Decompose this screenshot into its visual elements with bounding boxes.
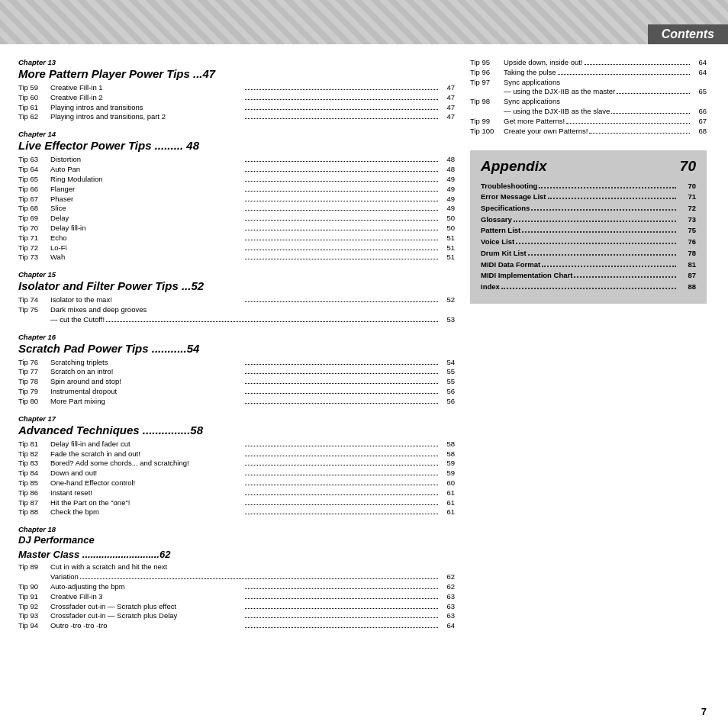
appendix-box: Appendix 70 Troubleshooting 70 Error Mes… [470, 150, 707, 304]
list-item-indent: — using the DJX-IIB as the master 65 [470, 87, 707, 97]
ch15-title: Isolator and Filter Power Tips ...52 [18, 279, 455, 293]
list-item: Tip 79 Instrumental dropout 56 [18, 387, 455, 397]
chapter-13: Chapter 13 More Pattern Player Power Tip… [18, 58, 455, 122]
list-item-indent: — using the DJX-IIB as the slave 66 [470, 107, 707, 117]
list-item: Troubleshooting 70 [481, 181, 696, 192]
list-item-indent: Variation 62 [18, 572, 455, 582]
list-item: Tip 72 Lo-Fi 51 [18, 243, 455, 253]
header-title: Contents [662, 27, 714, 40]
ch16-title: Scratch Pad Power Tips ...........54 [18, 342, 455, 356]
list-item: Tip 93 Crossfader cut-in — Scratch plus … [18, 611, 455, 621]
ch14-tip-list: Tip 63 Distortion 48 Tip 64 Auto Pan 48 [18, 155, 455, 263]
list-item: Tip 84 Down and out! 59 [18, 469, 455, 478]
chapter-14: Chapter 14 Live Effector Power Tips ....… [18, 130, 455, 263]
list-item: Tip 69 Delay 50 [18, 214, 455, 224]
list-item: MIDI Data Format 81 [481, 259, 696, 271]
ch17-title: Advanced Techniques ...............58 [18, 424, 455, 437]
ch18-title-line2: Master Class ...........................… [18, 549, 455, 561]
ch13-tip-list: Tip 59 Creative Fill-in 1 47 Tip 60 Crea… [18, 83, 455, 122]
list-item: Tip 80 More Part mixing 56 [18, 397, 455, 407]
list-item: Tip 78 Spin around and stop! 55 [18, 377, 455, 387]
list-item: Tip 66 Flanger 49 [18, 185, 455, 195]
list-item: Tip 65 Ring Modulation 49 [18, 175, 455, 185]
ch16-label: Chapter 16 [18, 333, 455, 341]
list-item: Tip 91 Creative Fill-in 3 63 [18, 592, 455, 602]
list-item: Tip 89 Cut in with a scratch and hit the… [18, 562, 455, 572]
ch13-title: More Pattern Player Power Tips ...47 [18, 67, 455, 81]
right-column: Tip 95 Upside down, inside out! 64 Tip 9… [470, 58, 707, 714]
ch15-label: Chapter 15 [18, 270, 455, 279]
list-item: Tip 81 Delay fill-in and fader cut 58 [18, 440, 455, 449]
list-item: Error Message List 71 [481, 192, 696, 203]
ch14-title: Live Effector Power Tips ......... 48 [18, 139, 455, 153]
list-item: Tip 70 Delay fill-in 50 [18, 224, 455, 234]
list-item: Tip 61 Playing intros and transitions 47 [18, 103, 455, 113]
header-title-box: Contents [648, 24, 728, 44]
list-item: Tip 67 Phaser 49 [18, 195, 455, 205]
appendix-header: Appendix 70 [481, 158, 696, 175]
appendix-page-num: 70 [680, 158, 696, 175]
list-item: Tip 86 Instant reset! 61 [18, 488, 455, 498]
list-item: Specifications 72 [481, 203, 696, 214]
page-number: 7 [701, 706, 707, 717]
list-item: Tip 74 Isolator to the max! 52 [18, 295, 455, 305]
right-tip-list: Tip 95 Upside down, inside out! 64 Tip 9… [470, 58, 707, 137]
list-item: Tip 71 Echo 51 [18, 234, 455, 243]
ch16-tip-list: Tip 76 Scratching triplets 54 Tip 77 Scr… [18, 358, 455, 407]
list-item: Tip 90 Auto-adjusting the bpm 62 [18, 582, 455, 592]
left-column: Chapter 13 More Pattern Player Power Tip… [18, 58, 455, 714]
list-item: Tip 99 Get more Patterns! 67 [470, 117, 707, 127]
list-item: Tip 83 Bored? Add some chords... and scr… [18, 459, 455, 469]
list-item: Index 88 [481, 282, 696, 293]
list-item: Tip 97 Sync applications [470, 78, 707, 88]
list-item: Tip 73 Wah 51 [18, 253, 455, 263]
ch18-label: Chapter 18 [18, 525, 455, 533]
ch18-title-line1: DJ Performance [18, 534, 455, 546]
list-item: Tip 62 Playing intros and transitions, p… [18, 112, 455, 122]
list-item: Tip 68 Slice 49 [18, 204, 455, 214]
list-item: Tip 82 Fade the scratch in and out! 58 [18, 449, 455, 459]
list-item-indent: — cut the Cutoff! 53 [18, 315, 455, 325]
ch13-label: Chapter 13 [18, 58, 455, 66]
appendix-list: Troubleshooting 70 Error Message List 71… [481, 181, 696, 293]
list-item: Tip 85 One-hand Effector control! 60 [18, 478, 455, 488]
list-item: Drum Kit List 78 [481, 248, 696, 259]
list-item: MIDI Implementation Chart 87 [481, 270, 696, 282]
list-item: Tip 100 Create your own Patterns! 68 [470, 127, 707, 137]
chapter-17: Chapter 17 Advanced Techniques .........… [18, 414, 455, 518]
list-item: Pattern List 75 [481, 225, 696, 237]
ch17-tip-list: Tip 81 Delay fill-in and fader cut 58 Ti… [18, 440, 455, 518]
list-item: Tip 95 Upside down, inside out! 64 [470, 58, 707, 68]
list-item: Tip 63 Distortion 48 [18, 155, 455, 165]
list-item: Tip 96 Taking the pulse 64 [470, 68, 707, 78]
header-banner: Contents [0, 0, 728, 44]
list-item: Tip 64 Auto Pan 48 [18, 165, 455, 175]
list-item: Tip 88 Check the bpm 61 [18, 507, 455, 517]
list-item: Tip 76 Scratching triplets 54 [18, 358, 455, 368]
list-item: Glossary 73 [481, 214, 696, 226]
ch18-tip-list: Tip 89 Cut in with a scratch and hit the… [18, 562, 455, 631]
list-item: Tip 87 Hit the Part on the "one"! 61 [18, 498, 455, 508]
list-item: Tip 60 Creative Fill-in 2 47 [18, 93, 455, 103]
list-item: Tip 75 Dark mixes and deep grooves [18, 305, 455, 315]
ch17-label: Chapter 17 [18, 414, 455, 423]
list-item: Tip 98 Sync applications [470, 97, 707, 107]
appendix-title: Appendix [481, 158, 547, 175]
chapter-15: Chapter 15 Isolator and Filter Power Tip… [18, 270, 455, 324]
ch14-label: Chapter 14 [18, 130, 455, 138]
list-item: Tip 59 Creative Fill-in 1 47 [18, 83, 455, 93]
chapter-16: Chapter 16 Scratch Pad Power Tips ......… [18, 333, 455, 407]
ch15-tip-list: Tip 74 Isolator to the max! 52 Tip 75 Da… [18, 295, 455, 324]
list-item: Tip 94 Outro -tro -tro -tro 64 [18, 621, 455, 631]
chapter-18: Chapter 18 DJ Performance Master Class .… [18, 525, 455, 631]
list-item: Voice List 76 [481, 237, 696, 248]
list-item: Tip 92 Crossfader cut-in — Scratch plus … [18, 602, 455, 612]
list-item: Tip 77 Scratch on an intro! 55 [18, 367, 455, 377]
